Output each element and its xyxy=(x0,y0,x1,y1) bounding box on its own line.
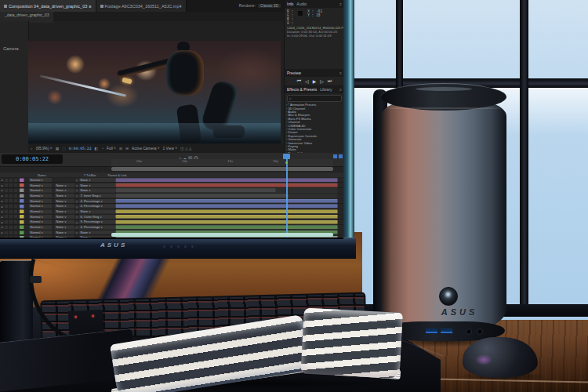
layer-lock-toggle[interactable] xyxy=(13,220,18,224)
layer-trkmat-dropdown[interactable]: None ˅ xyxy=(55,230,74,234)
transparency-grid-icon[interactable]: ⊞ xyxy=(125,147,129,151)
layer-duration-bar[interactable] xyxy=(116,189,276,193)
time-ruler[interactable]: 05s10s15s20s xyxy=(111,159,333,167)
layer-audio-toggle[interactable] xyxy=(4,225,9,230)
layer-color-swatch[interactable] xyxy=(20,189,24,193)
layer-solo-toggle[interactable] xyxy=(9,183,13,188)
layer-parent-dropdown[interactable]: None ˅ xyxy=(79,178,115,182)
timeline-layer-row[interactable]: ●Normal ˅None ˅◎4. Percentage ˅ xyxy=(0,225,343,230)
layer-solo-toggle[interactable] xyxy=(9,194,13,198)
layer-mode-dropdown[interactable]: Normal ˅ xyxy=(29,194,52,198)
timeline-layer-row[interactable]: ●Normal ˅None ˅◎None ˅ xyxy=(0,188,343,194)
layer-parent-dropdown[interactable]: None ˅ xyxy=(79,183,115,187)
layer-color-swatch[interactable] xyxy=(20,194,24,198)
layer-lock-toggle[interactable] xyxy=(13,204,18,209)
layer-parent-dropdown[interactable]: 7. Inner Ring ˅ xyxy=(79,194,115,198)
playhead-handle[interactable] xyxy=(283,154,290,159)
roi-icon[interactable]: ⊠ xyxy=(119,147,122,151)
tab-effects-presets[interactable]: Effects & Presets xyxy=(287,87,317,92)
layer-mode-dropdown[interactable]: Normal ˅ xyxy=(29,205,52,209)
layer-parent-dropdown[interactable]: None ˅ xyxy=(79,188,115,192)
layer-trkmat-dropdown[interactable]: None ˅ xyxy=(55,205,74,209)
timeline-scrollbar[interactable] xyxy=(111,233,333,237)
playhead-line[interactable] xyxy=(286,159,288,238)
audio-jack-2[interactable] xyxy=(477,328,483,335)
layer-audio-toggle[interactable] xyxy=(4,220,9,224)
layer-color-swatch[interactable] xyxy=(20,205,24,209)
timeline-layer-row[interactable]: ●Normal ˅◎None ˅ xyxy=(0,178,343,183)
layer-parent-dropdown[interactable]: 4. Percentage ˅ xyxy=(79,199,115,203)
layer-duration-bar[interactable] xyxy=(116,226,338,230)
audio-jack-1[interactable] xyxy=(466,328,472,335)
layer-duration-bar[interactable] xyxy=(116,205,338,209)
column-parent-link[interactable]: Parent & Link xyxy=(107,173,126,177)
layer-parent-dropdown[interactable]: None ˅ xyxy=(79,230,115,234)
preview-transport-button[interactable]: ▷ xyxy=(320,78,324,84)
timeline-layer-row[interactable]: ●Normal ˅None ˅◎9. Percentage ˅ xyxy=(0,220,343,225)
layer-mode-dropdown[interactable]: Normal ˅ xyxy=(29,230,52,234)
renderer-value[interactable]: Classic 3D xyxy=(258,4,281,8)
layer-solo-toggle[interactable] xyxy=(9,178,13,183)
layer-lock-toggle[interactable] xyxy=(13,230,18,235)
layer-mode-dropdown[interactable]: Normal ˅ xyxy=(29,215,52,219)
layer-lock-toggle[interactable] xyxy=(13,225,18,230)
resolution-dropdown[interactable]: Full ˅ xyxy=(107,147,116,151)
zoom-level-dropdown[interactable]: (95.9%) ˅ xyxy=(36,147,53,151)
layer-audio-toggle[interactable] xyxy=(4,204,9,209)
viewer-extra-icons[interactable]: ◫ △ ◬ xyxy=(180,147,192,151)
usb-port-2[interactable] xyxy=(440,328,453,334)
layer-trkmat-dropdown[interactable]: None ˅ xyxy=(55,199,74,203)
view-layout-dropdown[interactable]: 1 View ˅ xyxy=(163,147,177,151)
layer-solo-toggle[interactable] xyxy=(9,209,13,214)
timeline-timecode[interactable]: 0:00:05:22 xyxy=(2,154,63,164)
tab-info[interactable]: Info xyxy=(287,2,293,6)
layer-color-swatch[interactable] xyxy=(20,183,24,187)
snapshot-icon[interactable]: ◧ xyxy=(95,147,99,151)
layer-trkmat-dropdown[interactable]: None ˅ xyxy=(55,225,74,229)
layer-duration-bar[interactable] xyxy=(116,178,338,182)
layer-color-swatch[interactable] xyxy=(20,215,24,219)
layer-trkmat-dropdown[interactable]: None ˅ xyxy=(55,215,74,219)
layer-trkmat-dropdown[interactable]: None ˅ xyxy=(55,188,74,192)
layer-trkmat-dropdown[interactable]: None ˅ xyxy=(55,209,74,213)
timeline-layer-row[interactable]: ●Normal ˅None ˅◎4. Percentage ˅ xyxy=(0,204,343,209)
layer-audio-toggle[interactable] xyxy=(4,178,9,183)
tab-footage[interactable]: Footage A6C3C034_160511_A5JC.mp4 xyxy=(96,0,187,12)
layer-lock-toggle[interactable] xyxy=(13,183,18,188)
layer-audio-toggle[interactable] xyxy=(4,215,9,220)
layer-parent-dropdown[interactable]: 9. Percentage ˅ xyxy=(79,220,115,224)
layer-audio-toggle[interactable] xyxy=(4,209,9,214)
layer-parent-dropdown[interactable]: 4. Percentage ˅ xyxy=(79,225,115,229)
mask-icon[interactable]: ⬚ xyxy=(62,147,66,151)
preview-transport-button[interactable]: ⏭ xyxy=(328,78,332,84)
layer-mode-dropdown[interactable]: Normal ˅ xyxy=(29,188,52,192)
layer-duration-bar[interactable] xyxy=(116,209,338,213)
usb-port-1[interactable] xyxy=(425,328,438,334)
layer-color-swatch[interactable] xyxy=(20,230,24,234)
layer-mode-dropdown[interactable]: Normal ˅ xyxy=(29,183,52,187)
layer-trkmat-dropdown[interactable]: None ˅ xyxy=(55,183,74,187)
layer-duration-bar[interactable] xyxy=(116,194,289,198)
layer-lock-toggle[interactable] xyxy=(13,178,18,183)
layer-trkmat-dropdown[interactable]: None ˅ xyxy=(55,220,74,224)
layer-duration-bar[interactable] xyxy=(116,220,338,224)
panel-menu-icon[interactable]: ≡ xyxy=(339,71,342,75)
monitor-control-buttons[interactable] xyxy=(163,245,194,248)
layer-audio-toggle[interactable] xyxy=(4,230,9,235)
layer-color-swatch[interactable] xyxy=(20,220,24,224)
layer-lock-toggle[interactable] xyxy=(13,188,18,193)
layer-audio-toggle[interactable] xyxy=(4,199,9,204)
tab-library[interactable]: Library xyxy=(320,87,332,92)
panel-menu-icon[interactable]: ≡ xyxy=(89,4,91,9)
layer-trkmat-dropdown[interactable]: None ˅ xyxy=(55,194,74,198)
timeline-layer-row[interactable]: ●Normal ˅None ˅◎None ˅ xyxy=(0,209,343,215)
layer-mode-dropdown[interactable]: Normal ˅ xyxy=(29,220,52,224)
layer-solo-toggle[interactable] xyxy=(9,225,13,230)
timeline-layer-row[interactable]: ●Normal ˅None ˅◎6. Outer Ring ˅ xyxy=(0,214,343,220)
layer-lock-toggle[interactable] xyxy=(13,209,18,214)
effects-search-input[interactable]: ⌕ xyxy=(287,95,342,102)
work-area-bar[interactable] xyxy=(111,167,333,171)
tab-composition[interactable]: Composition 04_data_driven_graphic_03 ≡ xyxy=(0,0,96,12)
layer-color-swatch[interactable] xyxy=(20,199,24,203)
layer-solo-toggle[interactable] xyxy=(9,199,13,204)
